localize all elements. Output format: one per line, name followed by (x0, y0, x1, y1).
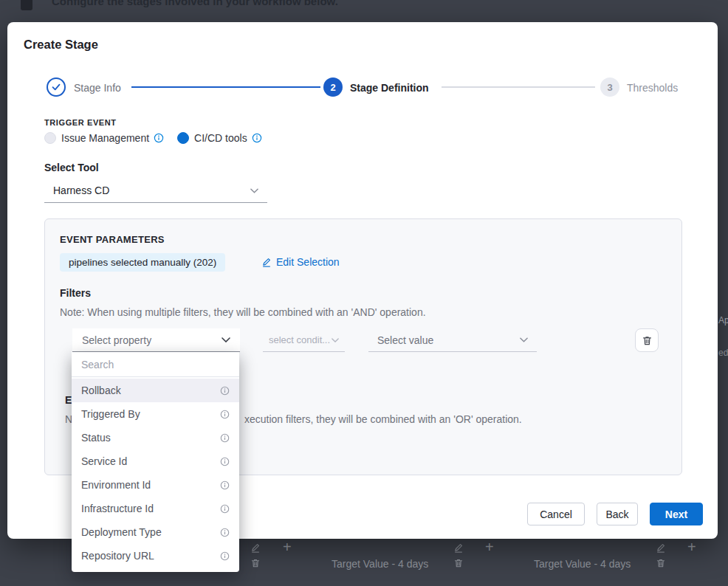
edge-fragment: ed (718, 348, 728, 358)
stepper-connector-done (131, 86, 320, 88)
delete-filter-button[interactable] (635, 328, 659, 352)
step-1-label[interactable]: Stage Info (74, 82, 121, 94)
edit-icon (656, 542, 666, 553)
info-icon[interactable] (220, 410, 230, 419)
trash-icon (656, 558, 666, 568)
chevron-down-icon (520, 337, 528, 342)
back-button[interactable]: Back (597, 503, 638, 525)
execution-filters-title-fragment: E (65, 394, 72, 406)
radio-cicd-tools[interactable] (177, 132, 189, 144)
dropdown-item-label: Deployment Type (81, 526, 162, 538)
stepper-connector-todo (442, 86, 595, 88)
filters-note: Note: When using multiple filters, they … (60, 306, 426, 318)
value-select-placeholder: Select value (377, 334, 433, 346)
dropdown-item-status[interactable]: Status (72, 426, 239, 449)
step-2-label[interactable]: Stage Definition (350, 82, 429, 94)
tool-select[interactable]: Harness CD (44, 179, 267, 203)
dropdown-search-input[interactable] (72, 352, 239, 376)
dropdown-item-deployment-type[interactable]: Deployment Type (72, 520, 239, 544)
dropdown-item-label: Infrastructure Id (81, 503, 154, 514)
info-icon[interactable] (220, 504, 230, 514)
edit-selection-label: Edit Selection (276, 256, 340, 268)
edge-fragment: Ap (718, 315, 728, 325)
dropdown-item-label: Repository URL (81, 550, 154, 562)
target-value-label: Target Value - 4 days (332, 558, 428, 570)
dropdown-item-environment-id[interactable]: Environment Id (72, 473, 239, 497)
cancel-button[interactable]: Cancel (527, 503, 585, 525)
dropdown-item-label: Status (81, 432, 111, 444)
dropdown-item-label: Triggered By (81, 408, 140, 420)
property-select[interactable]: Select property (72, 328, 240, 352)
chevron-down-icon (332, 338, 339, 342)
target-value-label: Target Value - 4 days (534, 558, 631, 570)
app-logo (21, 0, 32, 10)
edit-icon (261, 257, 272, 267)
check-icon (52, 83, 61, 91)
info-icon[interactable] (220, 551, 230, 561)
chevron-down-icon (222, 337, 230, 342)
trash-icon (453, 558, 464, 568)
info-icon[interactable] (154, 133, 164, 143)
radio-issue-management[interactable] (44, 132, 56, 144)
dropdown-list: Rollback Triggered By Status Service Id … (72, 377, 239, 568)
dropdown-item-repository-url[interactable]: Repository URL (72, 544, 239, 568)
info-icon[interactable] (220, 386, 230, 396)
step-3-label[interactable]: Thresholds (627, 82, 678, 94)
dropdown-item-rollback[interactable]: Rollback (72, 379, 239, 402)
select-tool-label: Select Tool (44, 162, 99, 173)
event-parameters-title: EVENT PARAMETERS (60, 234, 165, 245)
step-2-indicator[interactable]: 2 (323, 77, 343, 97)
edit-icon (453, 542, 464, 553)
edit-icon (250, 542, 261, 553)
step-1-indicator[interactable] (47, 77, 66, 97)
add-icon: + (485, 540, 494, 554)
dropdown-item-label: Service Id (81, 455, 127, 467)
info-icon[interactable] (220, 480, 230, 490)
add-icon: + (283, 540, 292, 554)
dropdown-search (72, 352, 239, 377)
dropdown-item-label: Environment Id (81, 479, 151, 491)
property-dropdown-menu: Rollback Triggered By Status Service Id … (72, 352, 239, 572)
dropdown-item-infrastructure-id[interactable]: Infrastructure Id (72, 497, 239, 520)
dropdown-item-triggered-by[interactable]: Triggered By (72, 402, 239, 426)
tool-select-value: Harness CD (53, 185, 109, 196)
condition-select-placeholder: select condit... (269, 334, 330, 345)
selection-badge: pipelines selected manually (202) (60, 253, 225, 272)
add-icon: + (687, 540, 696, 554)
condition-select[interactable]: select condit... (263, 328, 345, 352)
filters-title: Filters (60, 287, 91, 299)
radio-option-cicd-tools[interactable]: CI/CD tools (177, 132, 262, 144)
edit-selection-link[interactable]: Edit Selection (261, 256, 340, 268)
step-3-indicator[interactable]: 3 (600, 77, 619, 97)
property-select-placeholder: Select property (82, 334, 151, 346)
trigger-event-label: TRIGGER EVENT (44, 118, 117, 127)
dropdown-item-label: Rollback (81, 385, 121, 396)
trash-icon (250, 558, 261, 568)
chevron-down-icon (250, 188, 258, 193)
radio-option-issue-management[interactable]: Issue Management (44, 132, 164, 144)
info-icon[interactable] (220, 457, 230, 466)
trigger-event-options: Issue Management CI/CD tools (44, 132, 275, 144)
info-icon[interactable] (220, 528, 230, 537)
execution-filters-note-fragment-right: xecution filters, they will be combined … (244, 413, 522, 425)
next-button[interactable]: Next (650, 503, 703, 525)
info-icon[interactable] (220, 433, 230, 443)
radio-label[interactable]: CI/CD tools (194, 132, 247, 144)
dropdown-item-service-id[interactable]: Service Id (72, 449, 239, 473)
radio-label[interactable]: Issue Management (61, 132, 149, 144)
value-select[interactable]: Select value (368, 328, 537, 352)
info-icon[interactable] (252, 133, 262, 143)
background-heading: Configure the stages involved in your wo… (52, 0, 338, 7)
trash-icon (642, 335, 653, 346)
modal-title: Create Stage (24, 38, 98, 52)
